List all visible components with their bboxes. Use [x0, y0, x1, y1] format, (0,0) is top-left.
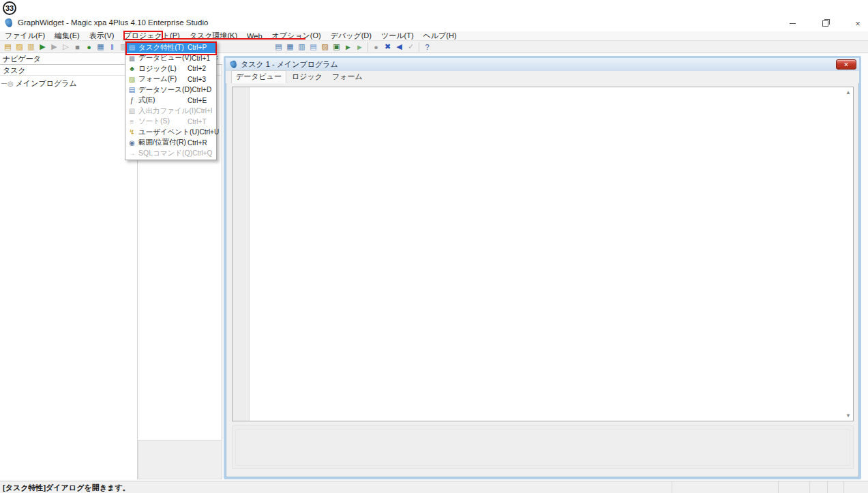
- data-source-icon: ▤: [125, 86, 138, 93]
- editor-gutter: [233, 87, 250, 421]
- menu-item-expression[interactable]: ƒ式(E)Ctrl+E: [125, 95, 216, 106]
- task-window-close-button[interactable]: ✕: [836, 59, 856, 70]
- logic-icon: ♣: [125, 65, 138, 72]
- open-icon[interactable]: ▨: [14, 42, 25, 53]
- menu-item-sort: ≡ソート(S)Ctrl+T: [125, 117, 216, 128]
- menu-item-label: 入出力ファイル(I): [138, 106, 196, 116]
- status-bar: [タスク特性]ダイアログを開きます。: [0, 481, 868, 493]
- navigator-title: ナビゲータ: [3, 54, 41, 64]
- help-icon[interactable]: ?: [421, 42, 433, 53]
- menu-item-shortcut: Ctrl+3: [188, 76, 216, 83]
- pause-icon[interactable]: ‖: [106, 42, 118, 53]
- menu-item-shortcut: Ctrl+T: [188, 118, 216, 125]
- window-controls: ×: [788, 15, 863, 31]
- deploy-icon[interactable]: ►: [354, 42, 365, 53]
- tab-フォーム[interactable]: フォーム: [328, 71, 367, 83]
- annotation-badge: 33: [3, 1, 16, 15]
- stop-icon[interactable]: ■: [72, 42, 83, 53]
- menubar-item[interactable]: ヘルプ(H): [419, 31, 462, 40]
- restore-button[interactable]: [820, 18, 830, 28]
- menu-item-shortcut: Ctrl+E: [188, 97, 216, 104]
- step-over-icon[interactable]: ▷: [60, 42, 72, 53]
- save-icon[interactable]: ▥: [25, 42, 37, 53]
- dataview-toolbar-icon[interactable]: ▦: [284, 42, 296, 53]
- resume-icon[interactable]: ●: [83, 42, 95, 53]
- run-icon[interactable]: ▶: [37, 42, 48, 53]
- menu-item-label: ロジック(L): [138, 64, 188, 74]
- menu-item-label: ユーザイベント(U): [138, 128, 200, 137]
- menu-item-label: タスク特性(T): [138, 43, 188, 53]
- navigator-section-label: タスク: [3, 65, 26, 76]
- statusbar-cell: [672, 481, 778, 493]
- io-files-icon: ▧: [125, 107, 138, 115]
- statusbar-cell: [843, 481, 868, 493]
- scroll-up-icon[interactable]: ▲: [845, 89, 851, 95]
- expression-toolbar-icon[interactable]: ▣: [331, 42, 342, 53]
- task-environment-menu: ▤タスク特性(T)Ctrl+P▦データビュー(V)Ctrl+1♣ロジック(L)C…: [125, 41, 217, 160]
- restore-icon: [822, 20, 828, 27]
- menu-item-data-source[interactable]: ▤データソース(D)Ctrl+D: [125, 85, 216, 95]
- menubar-item[interactable]: 表示(V): [85, 31, 119, 40]
- tree-item-main-program[interactable]: ◎ メインプログラム: [1, 78, 77, 89]
- menu-item-label: データソース(D): [138, 85, 192, 95]
- menubar-item[interactable]: ツール(T): [376, 31, 419, 40]
- monitor-icon[interactable]: ▦: [95, 42, 106, 53]
- toolbar-separator: [368, 42, 368, 52]
- scroll-down-icon[interactable]: ▼: [845, 413, 851, 419]
- menu-item-logic[interactable]: ♣ロジック(L)Ctrl+2: [125, 63, 216, 74]
- menu-item-io-files: ▧入出力ファイル(I)Ctrl+I: [125, 106, 216, 117]
- menu-item-label: フォーム(F): [138, 74, 188, 84]
- task-window-icon: [230, 60, 238, 69]
- new-icon[interactable]: ▤: [2, 42, 14, 53]
- task-window: タスク 1 - メインプログラム ✕ データビューロジックフォーム ▲ ▼: [224, 56, 861, 479]
- form-toolbar-icon[interactable]: ▤: [308, 42, 319, 53]
- navigator-bottom-pane: [138, 440, 222, 479]
- task-properties-toolbar-icon[interactable]: ▤: [273, 42, 284, 53]
- app-icon: [4, 18, 14, 28]
- bottom-pane-inset: [235, 429, 850, 466]
- menu-item-label: ソート(S): [138, 117, 188, 126]
- tree-branch-line: [1, 83, 7, 84]
- form-icon: ▨: [125, 76, 138, 83]
- tab-ロジック[interactable]: ロジック: [288, 71, 327, 83]
- menubar-item[interactable]: デバッグ(D): [326, 31, 376, 40]
- annotation-box-menubar: [123, 31, 163, 40]
- minimize-icon: [790, 23, 796, 24]
- menu-item-shortcut: Ctrl+U: [200, 128, 228, 136]
- generate-icon[interactable]: ►: [342, 42, 354, 53]
- menu-item-label: 式(E): [138, 95, 188, 105]
- record-icon[interactable]: ●: [370, 42, 382, 53]
- task-window-title: タスク 1 - メインプログラム: [241, 59, 338, 70]
- datasource-toolbar-icon[interactable]: ▨: [319, 42, 331, 53]
- logic-toolbar-icon[interactable]: ▥: [296, 42, 308, 53]
- task-window-titlebar[interactable]: タスク 1 - メインプログラム ✕: [226, 58, 859, 71]
- statusbar-cell: [809, 481, 827, 493]
- menu-item-user-events[interactable]: ↯ユーザイベント(U)Ctrl+U: [125, 127, 216, 138]
- data-view-icon: ▦: [125, 55, 138, 62]
- back-icon[interactable]: ◀: [393, 42, 405, 53]
- menu-item-label: SQLコマンド(Q): [138, 149, 192, 158]
- step-into-icon[interactable]: ▶: [48, 42, 60, 53]
- dataview-editor[interactable]: ▲ ▼: [232, 87, 854, 421]
- expression-icon: ƒ: [125, 97, 138, 104]
- menu-item-task-properties[interactable]: ▤タスク特性(T)Ctrl+P: [125, 42, 216, 53]
- task-window-bottom-pane: [232, 425, 854, 469]
- menu-item-label: データビュー(V): [138, 53, 192, 63]
- menu-item-form[interactable]: ▨フォーム(F)Ctrl+3: [125, 74, 216, 85]
- menubar-item[interactable]: ファイル(F): [0, 31, 50, 40]
- user-events-icon: ↯: [125, 128, 138, 136]
- task-properties-icon: ▤: [125, 44, 138, 51]
- menubar-item[interactable]: 編集(E): [50, 31, 85, 40]
- menu-item-range-position[interactable]: ◉範囲/位置付(R)Ctrl+R: [125, 138, 216, 149]
- confirm-icon[interactable]: ✓: [405, 42, 417, 53]
- cancel-icon[interactable]: ✖: [382, 42, 393, 53]
- menu-item-data-view[interactable]: ▦データビュー(V)Ctrl+1: [125, 53, 216, 64]
- tab-データビュー[interactable]: データビュー: [231, 70, 286, 83]
- close-button[interactable]: ×: [853, 18, 863, 28]
- window-title: GraphWidget - Magic xpa 4Plus 4.10 Enter…: [18, 18, 208, 27]
- minimize-button[interactable]: [788, 18, 797, 28]
- menu-item-label: 範囲/位置付(R): [138, 138, 188, 147]
- statusbar-cell: [778, 481, 809, 493]
- menu-item-shortcut: Ctrl+P: [188, 44, 216, 51]
- sql-command-icon: →: [125, 149, 138, 157]
